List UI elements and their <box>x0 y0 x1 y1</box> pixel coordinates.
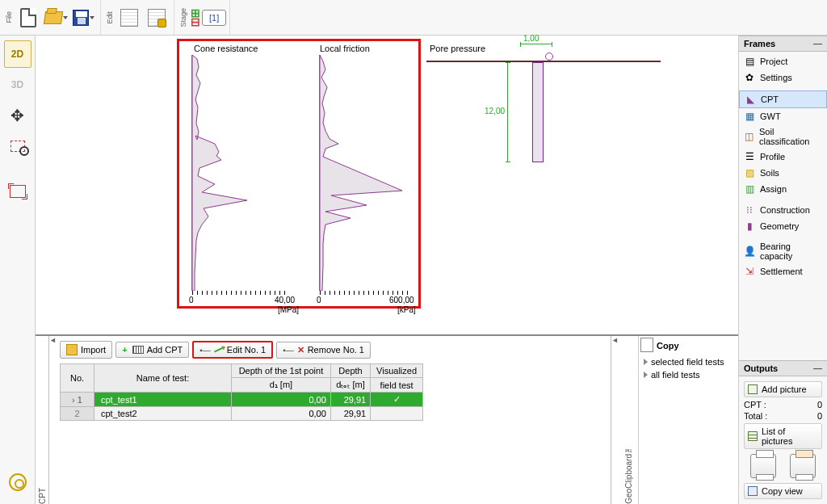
chart1-title: Cone resistance <box>194 44 258 53</box>
open-file-button[interactable] <box>43 3 69 32</box>
settings-gear-button[interactable] <box>4 468 31 496</box>
col-name: Name of test: <box>94 364 232 393</box>
new-file-icon <box>20 8 36 27</box>
frame-label: Soil classification <box>759 127 822 146</box>
copy-view-label: Copy view <box>762 486 803 496</box>
bottom-dock: CPT ◄ Import Add CPT ▪—Edit No. 1 ▪—✕Rem… <box>36 334 738 504</box>
frame-soil-classification[interactable]: ◫Soil classification <box>739 124 827 149</box>
edit-cpt-button[interactable]: ▪—Edit No. 1 <box>192 341 273 359</box>
add-cpt-label: Add CPT <box>147 345 183 355</box>
x-icon: ✕ <box>297 345 304 355</box>
frame-bearing[interactable]: 👤Bearing capacity <box>739 239 827 263</box>
list-pictures-button[interactable]: List of pictures <box>744 423 822 449</box>
col-visb: field test <box>371 378 423 393</box>
chevron-down-icon <box>63 16 68 19</box>
frame-label: GWT <box>760 111 781 121</box>
copy-all-label: all field tests <box>651 370 700 380</box>
three-d-icon: 3D <box>11 79 23 90</box>
frame-assign[interactable]: ▥Assign <box>739 181 827 197</box>
out-total-val: 0 <box>817 411 822 421</box>
pencil-icon <box>214 347 224 353</box>
new-file-button[interactable] <box>15 3 41 32</box>
row-arrow: › <box>72 395 75 405</box>
outputs-body: Add picture CPT :0 Total :0 List of pict… <box>739 376 827 504</box>
plus-icon <box>122 345 128 355</box>
out-cpt-label: CPT : <box>744 400 766 410</box>
import-button[interactable]: Import <box>60 341 112 359</box>
remove-cpt-button[interactable]: ▪—✕Remove No. 1 <box>276 342 371 359</box>
frame-soils[interactable]: ▨Soils <box>739 165 827 181</box>
frame-settings[interactable]: ✿Settings <box>739 69 827 86</box>
minimize-button[interactable]: — <box>813 363 822 373</box>
add-cpt-button[interactable]: Add CPT <box>115 342 189 358</box>
frame-profile[interactable]: ☰Profile <box>739 149 827 165</box>
chart1-xmin: 0 <box>189 296 194 304</box>
project-icon: ▤ <box>744 56 755 67</box>
zoom-window-button[interactable] <box>4 132 31 160</box>
table-row[interactable]: 2 cpt_test2 0,00 29,91 <box>61 407 423 421</box>
view-toolbar: 2D 3D ✥ <box>0 36 36 504</box>
cpt-icon: ◣ <box>745 94 756 105</box>
frame-geometry[interactable]: ▮Geometry <box>739 218 827 234</box>
frames-list: ▤Project ✿Settings ◣CPT ▦GWT ◫Soil class… <box>739 52 827 281</box>
top-toolbar: File Edit Stage ⊞ ⊟ [1] <box>0 0 827 36</box>
add-picture-button[interactable]: Add picture <box>744 381 822 397</box>
save-icon <box>73 10 89 26</box>
frame-gwt[interactable]: ▦GWT <box>739 108 827 124</box>
pan-button[interactable]: ✥ <box>4 102 31 129</box>
keyboard-icon <box>132 346 144 354</box>
chart2-title: Local friction <box>320 44 370 53</box>
import-icon <box>66 344 78 355</box>
stage-tab-1[interactable]: [1] <box>202 10 226 26</box>
geometry-icon: ▮ <box>744 220 755 232</box>
frame-cpt[interactable]: ◣CPT <box>739 90 827 108</box>
bearing-icon: 👤 <box>744 246 755 257</box>
chart2-unit: [kPa] <box>397 305 416 314</box>
chart1-profile <box>191 55 296 291</box>
copy-icon <box>642 339 653 352</box>
print-button[interactable] <box>750 454 776 478</box>
gear-icon <box>9 473 27 491</box>
row-dtot: 29,91 <box>330 393 370 407</box>
frame-label: Assign <box>760 184 787 194</box>
view-3d-button[interactable]: 3D <box>4 71 31 99</box>
geoclipboard-text: GeoClipboard™ <box>624 442 633 504</box>
minimize-button[interactable]: — <box>813 39 822 48</box>
save-file-button[interactable] <box>70 3 96 32</box>
dim-height-value: 12,00 <box>485 107 505 116</box>
frame-project[interactable]: ▤Project <box>739 53 827 69</box>
copy-selected-button[interactable]: selected field tests <box>642 355 735 368</box>
dimension-height <box>507 62 531 162</box>
stage-label: Stage <box>178 8 189 27</box>
dock-arrow-right[interactable]: ◄ <box>611 336 619 504</box>
stage-add-remove: ⊞ ⊟ <box>191 9 200 27</box>
frame-label: Project <box>760 57 787 66</box>
view-2d-button[interactable]: 2D <box>4 40 31 68</box>
pan-icon: ✥ <box>10 106 24 125</box>
dock-label-text: CPT <box>38 485 47 504</box>
print-color-button[interactable] <box>790 454 816 478</box>
remove-stage-button[interactable]: ⊟ <box>191 18 200 27</box>
frames-title: Frames <box>744 39 775 48</box>
paste-doc-button[interactable] <box>144 3 170 32</box>
open-folder-icon <box>43 11 62 24</box>
frame-label: Geometry <box>760 221 799 231</box>
dim-top-value: 1,00 <box>523 34 539 43</box>
copy-all-button[interactable]: all field tests <box>642 368 735 381</box>
stage-group: Stage ⊞ ⊟ [1] <box>174 0 230 35</box>
copy-doc-button[interactable] <box>116 3 142 32</box>
ground-line <box>426 61 661 62</box>
zoom-extents-button[interactable] <box>4 178 31 205</box>
frame-construction[interactable]: ⁝⁝Construction <box>739 202 827 218</box>
frame-label: CPT <box>761 94 779 104</box>
table-row[interactable]: › 1 cpt_test1 0,00 29,91 ✓ <box>61 393 423 407</box>
frame-settlement[interactable]: ⇲Settlement <box>739 263 827 279</box>
copy-panel: Copy selected field tests all field test… <box>638 336 738 504</box>
two-d-icon: 2D <box>11 48 23 60</box>
copy-selected-label: selected field tests <box>651 357 724 367</box>
frame-label: Settlement <box>760 267 803 276</box>
drawing-canvas[interactable]: Cone resistance 0 40,00 [MPa] Local fric… <box>36 36 738 334</box>
file-group: File <box>0 0 101 35</box>
copy-view-button[interactable]: Copy view <box>744 483 822 499</box>
dock-arrow-left[interactable]: ◄ <box>48 336 57 504</box>
